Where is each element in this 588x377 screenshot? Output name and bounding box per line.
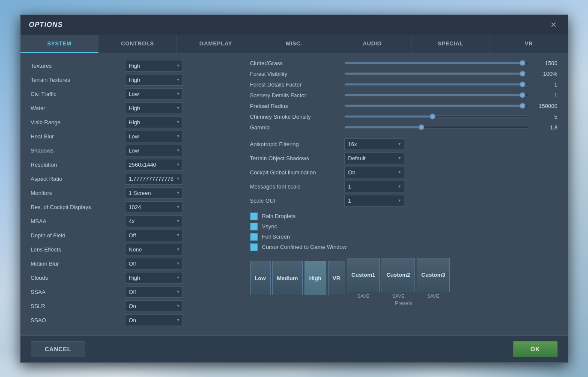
slider-track-2[interactable] xyxy=(344,83,528,86)
setting-select-6[interactable]: Low xyxy=(125,145,183,156)
right-dropdown-label-0: Anisotropic Filtering xyxy=(250,141,344,147)
footer: CANCEL OK xyxy=(21,335,568,362)
select-wrapper-7: 2560x1440 xyxy=(125,159,183,171)
preset-btn-medium[interactable]: Medium xyxy=(272,261,303,295)
checkbox-0[interactable] xyxy=(250,212,258,220)
slider-row: Forest Details Factor 1 xyxy=(250,81,558,88)
cancel-button[interactable]: CANCEL xyxy=(31,341,85,357)
slider-track-1[interactable] xyxy=(344,72,528,75)
tab-gameplay[interactable]: GAMEPLAY xyxy=(177,35,255,53)
setting-label-4: Visib Range xyxy=(31,119,125,126)
tab-audio[interactable]: AUDIO xyxy=(333,35,412,53)
setting-row: SSLR On xyxy=(31,300,236,312)
setting-label-0: Textures xyxy=(31,63,125,69)
preset-buttons-row: LowMediumHighVRCustom1SAVECustom2SAVECus… xyxy=(250,258,558,299)
select-wrapper-1: High xyxy=(125,74,183,86)
setting-select-12[interactable]: Off xyxy=(125,230,183,241)
slider-track-wrap-2: 1 xyxy=(344,81,558,88)
tab-system[interactable]: SYSTEM xyxy=(21,35,99,53)
setting-select-2[interactable]: Low xyxy=(125,88,183,100)
preset-col-1: Medium xyxy=(272,261,303,295)
presets-label: Presets xyxy=(250,300,558,306)
setting-select-17[interactable]: On xyxy=(125,300,183,312)
setting-select-18[interactable]: On xyxy=(125,314,183,326)
preset-save-label-6[interactable]: SAVE xyxy=(427,293,439,299)
slider-track-6[interactable] xyxy=(344,126,528,129)
slider-value-2: 1 xyxy=(532,81,558,88)
select-wrapper-11: 4x xyxy=(125,215,183,227)
setting-row: Visib Range High xyxy=(31,117,236,128)
setting-select-4[interactable]: High xyxy=(125,117,183,128)
select-wrapper-13: None xyxy=(125,244,183,255)
preset-col-2: High xyxy=(304,261,326,295)
slider-track-4[interactable] xyxy=(344,105,528,107)
preset-btn-low[interactable]: Low xyxy=(250,261,271,295)
setting-select-16[interactable]: Off xyxy=(125,286,183,298)
setting-select-3[interactable]: High xyxy=(125,102,183,114)
setting-select-13[interactable]: None xyxy=(125,244,183,255)
select-wrapper-14: Off xyxy=(125,258,183,269)
tab-misc[interactable]: MISC. xyxy=(255,35,334,53)
preset-col-5: Custom2SAVE xyxy=(382,258,415,299)
select-wrapper-12: Off xyxy=(125,230,183,241)
select-wrapper-4: High xyxy=(125,117,183,128)
select-wrapper-5: Low xyxy=(125,131,183,142)
slider-track-wrap-1: 100% xyxy=(344,71,558,77)
slider-row: Gamma 1.8 xyxy=(250,124,558,131)
right-dropdown-row: Scale GUI 1 xyxy=(250,195,558,206)
right-dropdown-label-4: Scale GUI xyxy=(250,197,344,204)
slider-track-3[interactable] xyxy=(344,94,528,96)
setting-row: Shadows Low xyxy=(31,145,236,156)
select-wrapper-17: On xyxy=(125,300,183,312)
setting-select-15[interactable]: High xyxy=(125,272,183,284)
setting-label-5: Heat Blur xyxy=(31,133,125,140)
setting-select-14[interactable]: Off xyxy=(125,258,183,269)
right-panel: Clutter/Grass 1500 Forest Visibility 100… xyxy=(250,60,558,329)
preset-col-0: Low xyxy=(250,261,271,295)
slider-track-0[interactable] xyxy=(344,62,528,64)
close-button[interactable]: ✕ xyxy=(548,20,559,30)
select-wrapper-6: Low xyxy=(125,145,183,156)
setting-select-9[interactable]: 1 Screen xyxy=(125,187,183,199)
right-select-4[interactable]: 1 xyxy=(344,195,404,206)
slider-track-5[interactable] xyxy=(344,115,528,118)
right-select-2[interactable]: On xyxy=(344,167,404,178)
preset-save-label-4[interactable]: SAVE xyxy=(357,293,370,299)
slider-value-0: 1500 xyxy=(532,60,558,66)
setting-row: Monitors 1 Screen xyxy=(31,187,236,199)
setting-select-8[interactable]: 1.7777777777778 xyxy=(125,173,183,185)
tabs-bar: SYSTEM CONTROLS GAMEPLAY MISC. AUDIO SPE… xyxy=(21,35,568,53)
tab-controls[interactable]: CONTROLS xyxy=(98,35,177,53)
right-select-0[interactable]: 16x xyxy=(344,138,404,150)
setting-select-5[interactable]: Low xyxy=(125,131,183,142)
setting-row: SSAA Off xyxy=(31,286,236,298)
preset-btn-custom1[interactable]: Custom1 xyxy=(347,258,380,292)
preset-btn-high[interactable]: High xyxy=(304,261,326,295)
preset-save-label-5[interactable]: SAVE xyxy=(392,293,405,299)
setting-label-3: Water xyxy=(31,105,125,111)
setting-select-1[interactable]: High xyxy=(125,74,183,86)
checkbox-3[interactable] xyxy=(250,243,258,251)
preset-btn-vr[interactable]: VR xyxy=(328,261,345,295)
checkbox-2[interactable] xyxy=(250,233,258,241)
checkbox-row: Vsync xyxy=(250,223,558,230)
right-select-1[interactable]: Default xyxy=(344,153,404,164)
setting-select-7[interactable]: 2560x1440 xyxy=(125,159,183,171)
preset-btn-custom3[interactable]: Custom3 xyxy=(417,258,450,292)
right-dropdown-row: Cockpit Global Illumination On xyxy=(250,167,558,178)
checkbox-1[interactable] xyxy=(250,223,258,230)
setting-row: Textures High xyxy=(31,60,236,72)
select-wrapper-9: 1 Screen xyxy=(125,187,183,199)
tab-special[interactable]: SPECIAL xyxy=(412,35,490,53)
setting-select-10[interactable]: 1024 xyxy=(125,201,183,213)
preset-btn-custom2[interactable]: Custom2 xyxy=(382,258,415,292)
ok-button[interactable]: OK xyxy=(513,341,558,357)
setting-select-0[interactable]: High xyxy=(125,60,183,72)
right-select-3[interactable]: 1 xyxy=(344,181,404,192)
right-dropdown-label-2: Cockpit Global Illumination xyxy=(250,169,344,176)
slider-label-4: Preload Radius xyxy=(250,103,344,109)
setting-label-7: Resolution xyxy=(31,162,125,168)
slider-value-1: 100% xyxy=(532,71,558,77)
setting-select-11[interactable]: 4x xyxy=(125,215,183,227)
tab-vr[interactable]: VR xyxy=(490,35,568,53)
